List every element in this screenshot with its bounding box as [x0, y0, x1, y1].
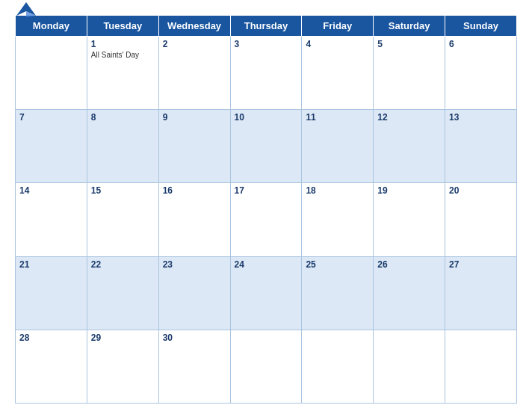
calendar-cell: 27	[445, 256, 517, 330]
calendar-cell: 14	[16, 183, 87, 256]
calendar-cell	[16, 37, 87, 110]
day-number: 11	[306, 112, 369, 123]
day-number: 8	[91, 112, 155, 123]
calendar-cell: 6	[445, 37, 517, 110]
day-number: 27	[449, 259, 513, 270]
day-number: 9	[163, 112, 226, 123]
calendar-cell: 16	[158, 183, 230, 256]
calendar-cell	[445, 330, 517, 403]
calendar-cell: 21	[16, 256, 87, 330]
calendar-cell: 2	[158, 37, 230, 110]
calendar-cell	[302, 330, 374, 403]
day-number: 16	[163, 185, 226, 196]
week-row: 282930	[16, 330, 517, 403]
day-number: 21	[19, 259, 83, 270]
calendar-cell: 22	[87, 256, 158, 330]
calendar-cell: 26	[374, 256, 445, 330]
days-header-row: MondayTuesdayWednesdayThursdayFridaySatu…	[16, 16, 517, 37]
day-number: 5	[377, 39, 441, 49]
calendar-cell: 19	[374, 183, 445, 256]
day-number: 23	[163, 259, 226, 270]
calendar-cell	[374, 330, 445, 403]
calendar-cell: 4	[302, 37, 374, 110]
day-number: 12	[377, 112, 441, 123]
calendar-cell: 29	[87, 330, 158, 403]
calendar-cell	[230, 330, 302, 403]
calendar-cell: 3	[230, 37, 302, 110]
day-number: 3	[235, 39, 298, 49]
calendar-cell: 15	[87, 183, 158, 256]
calendar-cell: 13	[445, 110, 517, 183]
calendar-cell: 5	[374, 37, 445, 110]
week-row: 14151617181920	[16, 183, 517, 256]
day-header-friday: Friday	[302, 16, 374, 37]
day-number: 20	[449, 185, 513, 196]
day-number: 18	[306, 185, 369, 196]
day-number: 17	[235, 185, 298, 196]
calendar-cell: 28	[16, 330, 87, 403]
calendar-cell: 9	[158, 110, 230, 183]
day-header-sunday: Sunday	[445, 16, 517, 37]
calendar-cell: 8	[87, 110, 158, 183]
week-row: 78910111213	[16, 110, 517, 183]
calendar-cell: 10	[230, 110, 302, 183]
day-number: 29	[91, 333, 155, 343]
day-number: 7	[19, 112, 83, 123]
week-row: 21222324252627	[16, 256, 517, 330]
calendar-cell: 23	[158, 256, 230, 330]
week-row: 1All Saints' Day23456	[16, 37, 517, 110]
day-header-tuesday: Tuesday	[87, 16, 158, 37]
calendar-table: MondayTuesdayWednesdayThursdayFridaySatu…	[15, 15, 517, 404]
calendar-cell: 17	[230, 183, 302, 256]
day-header-wednesday: Wednesday	[158, 16, 230, 37]
calendar-cell: 12	[374, 110, 445, 183]
day-number: 22	[91, 259, 155, 270]
day-number: 24	[235, 259, 298, 270]
logo	[15, 1, 40, 20]
day-number: 2	[163, 39, 226, 49]
calendar-cell: 30	[158, 330, 230, 403]
calendar-cell: 25	[302, 256, 374, 330]
logo-icon	[15, 1, 37, 20]
calendar-cell: 7	[16, 110, 87, 183]
day-number: 19	[377, 185, 441, 196]
calendar-cell: 20	[445, 183, 517, 256]
day-number: 15	[91, 185, 155, 196]
calendar-cell: 18	[302, 183, 374, 256]
day-number: 1	[91, 39, 155, 49]
calendar-cell: 11	[302, 110, 374, 183]
day-number: 28	[19, 333, 83, 343]
calendar-cell: 24	[230, 256, 302, 330]
day-number: 25	[306, 259, 369, 270]
day-number: 6	[449, 39, 513, 49]
day-header-thursday: Thursday	[230, 16, 302, 37]
event-label: All Saints' Day	[91, 51, 155, 59]
day-header-saturday: Saturday	[374, 16, 445, 37]
day-number: 30	[163, 333, 226, 343]
day-number: 26	[377, 259, 441, 270]
calendar-cell: 1All Saints' Day	[87, 37, 158, 110]
day-number: 4	[306, 39, 369, 49]
day-number: 10	[235, 112, 298, 123]
day-number: 14	[19, 185, 83, 196]
day-number: 13	[449, 112, 513, 123]
